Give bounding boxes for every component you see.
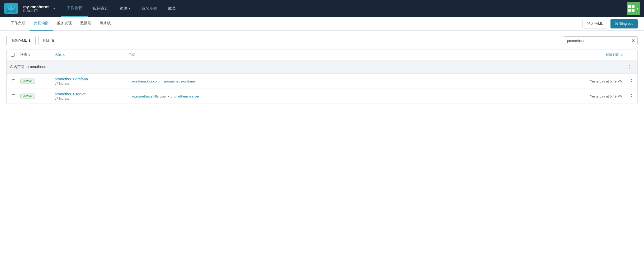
search-box: ✕ [564,36,638,45]
row1-name: prometheus-grafana L7 Ingress [53,74,126,89]
row2-checkbox[interactable] [12,94,15,98]
sort-status-icon: ⇅ [28,53,30,56]
svg-rect-13 [632,9,634,12]
tab-pipeline[interactable]: 流水线 [96,17,115,31]
resources-caret: ▼ [128,7,131,10]
row2-target-service[interactable]: prometheus-server [171,94,199,98]
th-actions [625,50,635,60]
nav-item-namespace[interactable]: 命名空间 [136,0,163,17]
namespace-group-row: 命名空间: prometheus ⋮ [7,60,637,74]
trash-icon: 🗑 [51,39,55,43]
user-caret: ▼ [636,7,639,10]
ingress-table: 状态 ⇅ 名称 ⇅ 目标 创建时间 ⇅ 命名空间: prometheus ⋮ [6,50,638,104]
nav-item-resources[interactable]: 资源 ▼ [114,0,136,17]
svg-rect-9 [35,9,37,12]
tab-service-discovery[interactable]: 服务发现 [53,17,76,31]
row1-name-link[interactable]: prometheus-grafana [55,77,88,81]
tab-load-balance[interactable]: 负载均衡 [30,17,53,31]
th-name[interactable]: 名称 ⇅ [53,50,126,60]
nav-right: ▼ [627,2,640,15]
svg-point-4 [7,5,15,11]
row1-status: Active [18,75,53,87]
download-icon: ⬇ [28,39,31,43]
logo-area [4,3,18,14]
tab-workload[interactable]: 工作负载 [6,17,30,31]
row1-type: L7 Ingress [55,82,88,85]
download-yaml-button[interactable]: 下载YAML ⬇ [6,36,36,45]
table-header: 状态 ⇅ 名称 ⇅ 目标 创建时间 ⇅ [7,50,637,60]
toolbar-right: ✕ [564,36,638,45]
status-badge: Active [20,79,35,84]
namespace-more-button[interactable]: ⋮ [625,63,634,71]
row1-target: my-grafana.k8s.com › prometheus-grafana [126,76,567,86]
row2-created-at: Yesterday at 5:49 PM [567,91,625,101]
select-all-checkbox[interactable] [11,53,15,57]
svg-rect-11 [632,5,634,8]
nav-item-members[interactable]: 成员 [163,0,181,17]
delete-button[interactable]: 删除 🗑 [38,36,59,45]
th-target: 目标 [126,50,567,60]
th-created-at[interactable]: 创建时间 ⇅ [567,50,625,60]
svg-rect-3 [14,11,16,13]
toolbar: 下载YAML ⬇ 删除 🗑 ✕ [6,36,638,45]
th-status[interactable]: 状态 ⇅ [18,50,53,60]
search-clear-button[interactable]: ✕ [629,37,637,45]
row2-actions: ⋮ [625,89,635,103]
row2-target-host[interactable]: my-prometheus.k8s.com [129,94,166,98]
row2-name-link[interactable]: prometheus-server [55,92,86,96]
row1-more-button[interactable]: ⋮ [627,77,636,85]
cluster-selector[interactable]: my-rancheros Default ▼ [20,2,59,15]
row2-arrow: › [168,94,169,98]
row1-actions: ⋮ [625,74,635,88]
add-ingress-button[interactable]: 添加Ingress [610,19,638,28]
main-content: 下载YAML ⬇ 删除 🗑 ✕ 状态 ⇅ 名称 ⇅ [0,31,644,253]
nav-menu: 工作负载 应用商店 资源 ▼ 命名空间 成员 [61,0,181,17]
svg-rect-8 [13,6,14,7]
row1-target-service[interactable]: prometheus-grafana [164,79,195,83]
search-input[interactable] [564,37,629,45]
table-row: Active prometheus-grafana L7 Ingress my-… [7,74,637,89]
sub-nav-actions: 导入YAML 添加Ingress [583,19,638,28]
top-navigation: my-rancheros Default ▼ 工作负载 应用商店 资源 ▼ 命名… [0,0,644,17]
rancher-logo [4,3,18,14]
cluster-name: my-rancheros [23,4,49,9]
row2-more-button[interactable]: ⋮ [627,92,636,100]
svg-rect-10 [628,5,631,8]
status-badge: Active [20,94,35,99]
row1-checkbox-cell [9,76,18,86]
row1-target-host[interactable]: my-grafana.k8s.com [129,79,160,83]
row2-type: L7 Ingress [55,97,86,100]
svg-rect-2 [6,11,8,13]
row1-checkbox[interactable] [12,79,15,83]
row2-target: my-prometheus.k8s.com › prometheus-serve… [126,91,567,101]
row1-created-at: Yesterday at 5:49 PM [567,76,625,86]
cluster-dropdown-arrow: ▼ [53,7,56,10]
sort-name-icon: ⇅ [63,53,65,56]
svg-rect-7 [8,6,10,7]
user-menu-button[interactable]: ▼ [627,2,640,15]
table-row: Active prometheus-server L7 Ingress my-p… [7,89,637,104]
th-checkbox [9,50,18,60]
row1-arrow: › [161,79,163,83]
nav-item-workload[interactable]: 工作负载 [61,0,88,17]
import-yaml-button[interactable]: 导入YAML [583,19,607,28]
row2-checkbox-cell [9,91,18,101]
nav-item-appstore[interactable]: 应用商店 [88,0,114,17]
sort-time-icon: ⇅ [621,53,623,56]
row2-status: Active [18,90,53,102]
cluster-env: Default [23,9,49,13]
svg-rect-12 [628,9,631,12]
sub-navigation: 工作负载 负载均衡 服务发现 数据卷 流水线 导入YAML 添加Ingress [0,17,644,31]
row2-name: prometheus-server L7 Ingress [53,89,126,104]
tab-volumes[interactable]: 数据卷 [76,17,96,31]
namespace-label: 命名空间: prometheus [10,65,46,69]
